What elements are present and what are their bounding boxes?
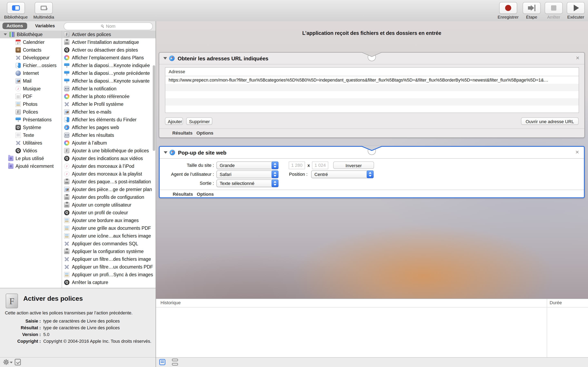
disclosure-triangle-icon[interactable]: [4, 33, 7, 35]
item-label: Vidéos: [23, 148, 37, 154]
run-button-label: Exécuter: [567, 15, 584, 20]
action-item[interactable]: Appliquer un filtre…des fichiers image: [62, 255, 156, 263]
library-item[interactable]: Calendrier: [0, 38, 62, 46]
remove-url-button[interactable]: Supprimer: [186, 117, 212, 125]
library-item[interactable]: Photos: [0, 100, 62, 108]
action-item[interactable]: Activer des polices: [62, 31, 156, 38]
music-icon: [64, 171, 69, 176]
action-item[interactable]: Afficher le Profil système: [62, 100, 156, 108]
library-item[interactable]: Internet: [0, 69, 62, 77]
action-item[interactable]: Ajouter des indications aux vidéos: [62, 155, 156, 162]
sidebar-bottom-bar: [0, 357, 156, 367]
library-root-item[interactable]: Bibliothèque: [0, 31, 62, 38]
variables-view-icon[interactable]: [172, 359, 178, 366]
action-item[interactable]: Afficher les e-mails: [62, 108, 156, 116]
library-item[interactable]: Système: [0, 124, 62, 131]
block-title: Pop-up de site web: [178, 150, 226, 156]
action-item[interactable]: Appliquer un profi…Sync à des images: [62, 271, 156, 278]
library-item[interactable]: Musique: [0, 85, 62, 92]
close-icon[interactable]: ×: [576, 55, 579, 61]
action-item[interactable]: Afficher les résultats: [62, 131, 156, 139]
action-item[interactable]: Ajouter une icône…aux fichiers image: [62, 232, 156, 240]
action-item[interactable]: Arrêter la capture: [62, 278, 156, 286]
library-item[interactable]: Présentations: [0, 116, 62, 124]
action-item[interactable]: Ajouter une grille aux documents PDF: [62, 224, 156, 232]
width-field[interactable]: 1 280: [289, 161, 305, 169]
tab-actions[interactable]: Actions: [2, 23, 27, 29]
media-button-label: Multimédia: [34, 15, 54, 20]
action-item[interactable]: Ajouter un compte utilisateur: [62, 201, 156, 209]
library-item[interactable]: Polices: [0, 108, 62, 116]
action-item[interactable]: Ajouter des pièce…ge de premier plan: [62, 185, 156, 193]
media-button[interactable]: Multimédia: [34, 2, 54, 20]
open-url-button[interactable]: Ouvrir une adresse URL: [521, 117, 579, 125]
item-label: Utilitaires: [23, 140, 42, 146]
search-input[interactable]: Nom: [64, 22, 153, 30]
action-item[interactable]: Ajouter des morceaux à l’iPod: [62, 162, 156, 170]
library-item[interactable]: Contacts: [0, 46, 62, 54]
action-item[interactable]: Ajouter des morceaux à la playlist: [62, 170, 156, 178]
library-item[interactable]: Mail: [0, 77, 62, 85]
options-link[interactable]: Options: [197, 192, 214, 197]
disclosure-triangle-icon[interactable]: [164, 151, 167, 154]
invert-button[interactable]: Inverser: [333, 161, 374, 169]
tab-variables[interactable]: Variables: [31, 23, 59, 29]
history-column-header[interactable]: Historique: [160, 300, 181, 305]
action-item[interactable]: Afficher la diaposi…Keynote suivante: [62, 77, 156, 85]
action-item[interactable]: Appliquer des commandes SQL: [62, 240, 156, 248]
installer-icon: [64, 202, 69, 208]
duration-column-header[interactable]: Durée: [550, 300, 562, 305]
action-item[interactable]: Appliquer la configuration système: [62, 248, 156, 255]
library-item[interactable]: Vidéos: [0, 147, 62, 155]
action-item[interactable]: Ajouter à l’album: [62, 139, 156, 147]
library-item[interactable]: PDF: [0, 92, 62, 100]
site-size-select[interactable]: Grande: [216, 161, 278, 169]
folder-icon: [8, 164, 13, 169]
checkbox-panel-icon[interactable]: [15, 359, 21, 365]
action-item[interactable]: Afficher la diaposi…ynote précédente: [62, 69, 156, 77]
action-item[interactable]: Ajouter à une bibliothèque de polices: [62, 147, 156, 155]
action-item[interactable]: Activer ou désactiver des pistes: [62, 46, 156, 54]
position-select[interactable]: Centré: [311, 170, 374, 178]
record-button[interactable]: Enregistrer: [498, 2, 519, 20]
action-block-website-popup[interactable]: Pop-up de site web × Taille du site : Gr…: [159, 146, 585, 198]
smart-folder-item[interactable]: Ajouté récemment: [0, 162, 62, 170]
action-item[interactable]: Ajouter une bordure aux images: [62, 217, 156, 224]
action-item[interactable]: Ajouter des profils de configuration: [62, 193, 156, 201]
smart-folder-item[interactable]: Le plus utilisé: [0, 155, 62, 162]
step-button[interactable]: Étape: [523, 2, 541, 20]
library-toggle-button[interactable]: Bibliothèque: [4, 2, 28, 20]
library-item[interactable]: Développeur: [0, 54, 62, 62]
action-item[interactable]: Ajouter des paque…s post-installation: [62, 178, 156, 185]
log-view-icon[interactable]: [159, 359, 165, 365]
action-item[interactable]: Appliquer un filtre…ux documents PDF: [62, 263, 156, 271]
action-item[interactable]: Afficher la photo référencée: [62, 92, 156, 100]
item-label: Ajouter des profils de configuration: [72, 194, 144, 200]
library-item[interactable]: Texte: [0, 131, 62, 139]
action-item[interactable]: Afficher les pages web: [62, 124, 156, 131]
action-item[interactable]: Afficher les éléments du Finder: [62, 116, 156, 124]
results-link[interactable]: Résultats: [172, 131, 192, 136]
actions-scrollbar[interactable]: [153, 65, 155, 151]
height-field[interactable]: 1 024: [312, 161, 328, 169]
add-url-button[interactable]: Ajouter: [165, 117, 183, 125]
url-table-row[interactable]: https://www.prepecn.com/mon-flux?filter_…: [165, 76, 579, 84]
run-button[interactable]: Exécuter: [567, 2, 585, 20]
disclosure-triangle-icon[interactable]: [163, 57, 167, 59]
mail-icon: [16, 78, 21, 83]
gear-menu-button[interactable]: [3, 359, 13, 365]
action-item[interactable]: Activer l’installation automatique: [62, 38, 156, 46]
action-item[interactable]: Afficher la diaposi…Keynote indiquée: [62, 62, 156, 69]
library-item[interactable]: Fichier…ossiers: [0, 62, 62, 69]
books-icon: [9, 32, 15, 37]
action-item[interactable]: Afficher la notification: [62, 85, 156, 92]
action-block-get-urls[interactable]: Obtenir les adresses URL indiquées × Adr…: [159, 52, 585, 138]
close-icon[interactable]: ×: [575, 149, 579, 155]
action-item[interactable]: Afficher l’emplacement dans Plans: [62, 54, 156, 62]
action-item[interactable]: Ajouter un profil de couleur: [62, 209, 156, 217]
results-link[interactable]: Résultats: [173, 192, 193, 197]
library-item[interactable]: Utilitaires: [0, 139, 62, 147]
output-select[interactable]: Texte sélectionné: [216, 179, 278, 187]
user-agent-select[interactable]: Safari: [216, 170, 278, 178]
options-link[interactable]: Options: [196, 131, 213, 136]
